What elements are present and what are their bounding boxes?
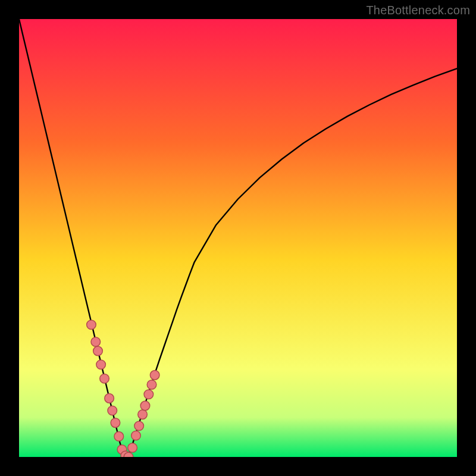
watermark-text: TheBottleneck.com (366, 4, 470, 17)
chart-canvas (19, 19, 457, 457)
plot-frame (19, 19, 457, 457)
